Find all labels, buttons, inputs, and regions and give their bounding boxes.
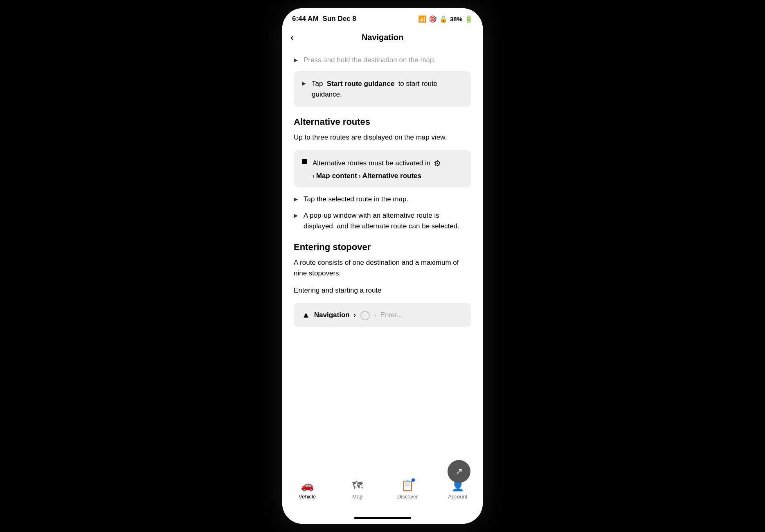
popup-text: A pop-up window with an alternative rout… (304, 210, 471, 232)
account-label: Account (448, 494, 467, 500)
nav-triangle-icon: ▲ (302, 310, 310, 320)
battery-text: 38% (450, 16, 462, 23)
entering-starting-heading: Entering and starting a route (294, 285, 471, 296)
partial-circle-icon: ◯ (360, 310, 370, 320)
bullet-arrow-truncated: ▶ (294, 56, 298, 65)
page-title: Navigation (362, 33, 403, 42)
status-date: Sun Dec 8 (323, 15, 356, 23)
fab-button[interactable]: ↗ (448, 460, 470, 483)
battery-icon: 🔋 (465, 15, 473, 23)
wifi-icon: 📶 (418, 15, 426, 23)
discover-badge-wrapper: 📋 (401, 479, 414, 492)
alt-routes-line2: › Map content › Alternative routes (313, 172, 463, 180)
status-bar: 6:44 AM Sun Dec 8 📶 🎯 🔒 38% 🔋 (282, 8, 483, 26)
chevron-1: › (313, 173, 315, 179)
partial-enter-label: Enter... (380, 311, 403, 319)
alt-routes-content: Alternative routes must be activated in … (313, 157, 463, 180)
start-route-text: Tap Start route guidance to start route … (312, 79, 463, 99)
bullet-arrow-tap: ▶ (294, 195, 298, 204)
activation-note-text: Alternative routes must be activated in (313, 158, 430, 169)
bullet-arrow-start: ▶ (302, 79, 306, 88)
partial-box-label: Navigation (314, 311, 350, 319)
vehicle-label: Vehicle (299, 494, 316, 500)
map-icon: 🗺 (352, 479, 363, 492)
back-button[interactable]: ‹ (290, 31, 294, 44)
square-bullet (302, 159, 307, 164)
map-label: Map (352, 494, 362, 500)
nav-item-vehicle[interactable]: 🚗 Vehicle (293, 479, 322, 500)
vehicle-icon: 🚗 (301, 479, 314, 492)
fab-icon: ↗ (455, 466, 463, 477)
partial-nav-box: ▲ Navigation › ◯ › Enter... (294, 303, 471, 327)
discover-label: Discover (397, 494, 418, 500)
entering-stopover-heading: Entering stopover (294, 242, 471, 252)
tap-route-item: ▶ Tap the selected route in the map. (294, 194, 471, 205)
lock-icon: 🔒 (439, 15, 448, 23)
path-map-content: Map content (316, 172, 357, 180)
device-frame: 6:44 AM Sun Dec 8 📶 🎯 🔒 38% 🔋 ‹ Navigati… (282, 8, 483, 524)
stopover-description: A route consists of one destination and … (294, 257, 471, 279)
truncated-text: Press and hold the destination on the ma… (304, 55, 471, 65)
partial-chevron: › (354, 311, 356, 319)
alt-routes-line1: Alternative routes must be activated in … (313, 157, 463, 169)
content-area: ▶ Press and hold the destination on the … (282, 49, 483, 475)
chevron-2: › (359, 173, 361, 179)
start-route-box: ▶ Tap Start route guidance to start rout… (294, 71, 471, 107)
home-indicator (282, 512, 483, 524)
location-icon: 🎯 (429, 15, 437, 23)
status-time: 6:44 AM (292, 15, 319, 23)
nav-item-map[interactable]: 🗺 Map (343, 479, 372, 500)
nav-item-discover[interactable]: 📋 Discover (393, 479, 422, 500)
popup-item: ▶ A pop-up window with an alternative ro… (294, 210, 471, 232)
alt-routes-activation-box: Alternative routes must be activated in … (294, 150, 471, 187)
partial-arrow-icon: › (374, 312, 376, 318)
truncated-item: ▶ Press and hold the destination on the … (294, 49, 471, 65)
home-bar (354, 517, 411, 519)
path-alt-routes: Alternative routes (362, 172, 421, 180)
gear-icon: ⚙ (434, 157, 441, 169)
alt-routes-heading: Alternative routes (294, 117, 471, 127)
status-icons: 📶 🎯 🔒 38% 🔋 (418, 15, 473, 23)
discover-badge-dot (412, 478, 415, 482)
tap-route-text: Tap the selected route in the map. (304, 194, 471, 205)
alt-routes-description: Up to three routes are displayed on the … (294, 132, 471, 143)
start-route-bold: Start route guidance (327, 80, 394, 88)
bullet-arrow-popup: ▶ (294, 212, 298, 220)
nav-header: ‹ Navigation (282, 26, 483, 49)
